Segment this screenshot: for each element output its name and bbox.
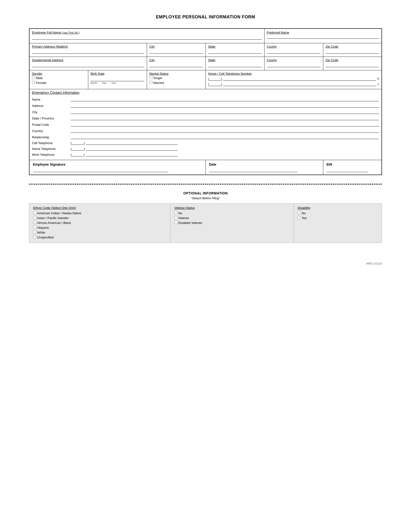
optional-subtitle: *Detach Before Filing* (29, 197, 382, 200)
disability-yes-checkbox[interactable] (298, 216, 301, 219)
birth-day-label: Day (102, 82, 106, 84)
emergency-cell-phone-row: Cell Telephone ( ) (32, 141, 379, 145)
married-checkbox[interactable] (149, 81, 153, 84)
primary-address-label: Primary Address (Mailing) (32, 45, 144, 48)
ethnic-american-indian-checkbox[interactable] (33, 211, 36, 214)
veteran-disabled-checkbox[interactable] (174, 221, 177, 224)
supplemental-zip-input[interactable] (326, 63, 379, 67)
main-form: Employee Full Name (Last, First, M.I.) P… (29, 28, 382, 175)
employee-full-name-label: Employee Full Name (Last, First, M.I.) (32, 31, 262, 34)
birth-month-label: Month (91, 82, 97, 84)
veteran-no-checkbox[interactable] (174, 211, 177, 214)
emergency-country-input[interactable] (71, 128, 379, 133)
preferred-name-label: Preferred Name (267, 31, 379, 34)
emergency-cell-input[interactable] (86, 141, 178, 145)
emergency-state-input[interactable] (71, 116, 379, 120)
ethnic-unspecified: Unspecified (33, 235, 166, 239)
primary-zip-input[interactable] (326, 50, 379, 54)
ein-label: EIN (327, 162, 332, 166)
birth-date-input[interactable] (91, 77, 144, 81)
ethnic-unspecified-checkbox[interactable] (33, 235, 36, 238)
male-option: Male (32, 76, 86, 80)
married-option: Married (149, 81, 203, 85)
ethnic-code-cell: Ethnic Code (Select One Only) American I… (29, 204, 170, 243)
emergency-relationship-row: Relationship (32, 135, 379, 139)
supplemental-address-row: Supplemental Address City State County Z… (29, 57, 382, 70)
emergency-home-phone-row: Home Telephone ( ) (32, 147, 379, 151)
emergency-contact-row: Emergency Contact Information Name Addre… (29, 89, 382, 160)
supplemental-zip-cell: Zip Code (323, 57, 382, 70)
emergency-country-row: Country (32, 128, 379, 133)
phone-area-code-h (209, 77, 221, 81)
ein-input[interactable] (327, 168, 368, 172)
primary-city-input[interactable] (149, 50, 203, 54)
disability-cell: Disability No Yes (294, 204, 382, 243)
home-phone-input[interactable] (223, 77, 376, 81)
date-cell: Date (206, 160, 323, 175)
ethnic-african-american: African American / Black (33, 221, 166, 225)
disability-no-checkbox[interactable] (298, 211, 301, 214)
supplemental-address-input[interactable] (32, 63, 144, 67)
supplemental-county-input[interactable] (267, 63, 321, 67)
employee-full-name-cell: Employee Full Name (Last, First, M.I.) (29, 28, 264, 43)
supplemental-state-input[interactable] (208, 63, 262, 67)
male-checkbox[interactable] (32, 76, 35, 79)
supplemental-city-input[interactable] (149, 63, 203, 67)
female-checkbox[interactable] (32, 81, 35, 84)
ethnic-african-american-checkbox[interactable] (33, 221, 36, 224)
date-input[interactable] (209, 168, 298, 172)
emergency-city-input[interactable] (71, 110, 379, 114)
supplemental-county-cell: County (264, 57, 323, 70)
primary-state-label: State (208, 45, 262, 48)
emergency-work-input[interactable] (86, 152, 178, 156)
single-checkbox[interactable] (149, 76, 153, 79)
ethnic-white-checkbox[interactable] (33, 230, 36, 234)
primary-address-input[interactable] (32, 50, 144, 54)
emergency-state-label: State / Province (32, 116, 71, 120)
emergency-cell-phone-label: Cell Telephone (32, 141, 71, 145)
ein-cell: EIN (323, 160, 382, 175)
ethnic-asian-checkbox[interactable] (33, 216, 36, 219)
emergency-city-label: City (32, 110, 71, 114)
emergency-address-input[interactable] (71, 103, 379, 108)
ethnic-asian: Asian / Pacific Islander (33, 216, 166, 220)
home-phone-row: ( ) h (208, 77, 379, 81)
disability-yes: Yes (298, 216, 378, 220)
preferred-name-cell: Preferred Name (264, 28, 382, 43)
emergency-address-row: Address (32, 103, 379, 108)
ethnic-white: White (33, 230, 166, 234)
signature-input[interactable] (33, 168, 168, 172)
emergency-postal-input[interactable] (71, 122, 379, 126)
emergency-name-input[interactable] (71, 97, 379, 101)
primary-zip-cell: Zip Code (323, 43, 382, 57)
emergency-name-label: Name (32, 98, 71, 101)
emergency-postal-row: Postal Code (32, 122, 379, 126)
supplemental-city-label: City (149, 58, 203, 62)
primary-address-cell: Primary Address (Mailing) (29, 43, 147, 57)
ethnic-hispanic-checkbox[interactable] (33, 226, 36, 229)
cell-phone-row: ( ) c (208, 82, 379, 86)
emergency-contact-title: Emergency Contact Information (32, 91, 379, 95)
footer-text: HRIS 110110 (29, 262, 382, 265)
primary-county-label: County (267, 45, 321, 48)
ethnic-american-indian: American Indian / Alaska Native (33, 211, 166, 215)
phone-label: Home / Cell Telephone Number (208, 72, 379, 76)
emergency-home-input[interactable] (86, 147, 178, 151)
primary-state-input[interactable] (208, 50, 262, 54)
optional-row: Ethnic Code (Select One Only) American I… (29, 204, 382, 243)
veteran-disabled: Disabled Veteran (174, 221, 290, 225)
preferred-name-input[interactable] (267, 35, 379, 39)
emergency-relationship-input[interactable] (71, 135, 379, 139)
cell-phone-input[interactable] (223, 82, 376, 86)
veteran-status-title: Veteran Status (174, 206, 290, 210)
page-title: EMPLOYEE PERSONAL INFORMATION FORM (29, 15, 382, 19)
supplemental-zip-label: Zip Code (326, 58, 379, 62)
employee-full-name-input[interactable] (32, 35, 262, 40)
veteran-yes-checkbox[interactable] (174, 216, 177, 219)
ethnic-hispanic: Hispanic (33, 226, 166, 229)
marital-status-cell: Marital Status Single Married (147, 70, 206, 89)
emergency-postal-label: Postal Code (32, 123, 71, 126)
primary-county-input[interactable] (267, 50, 321, 54)
emergency-name-row: Name (32, 97, 379, 101)
birth-date-cell: Birth Date Month Day Year (88, 70, 147, 89)
